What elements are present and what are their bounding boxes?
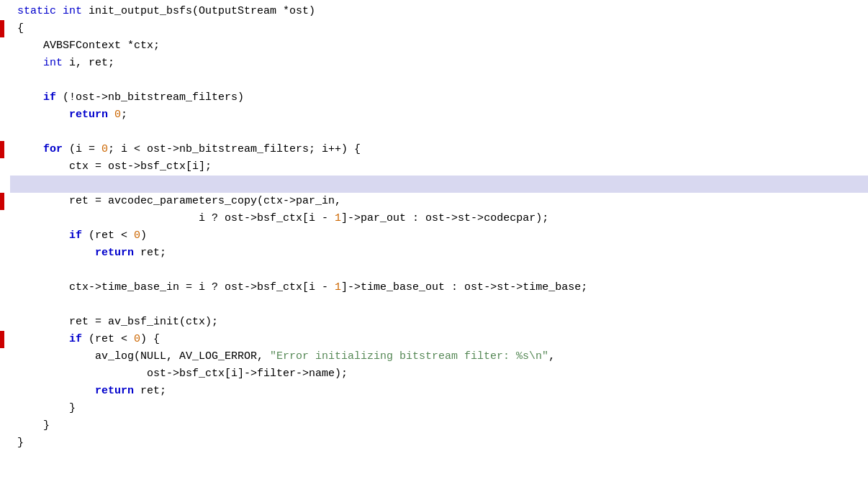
token xyxy=(17,229,69,242)
token: return xyxy=(95,247,134,259)
code-line: ret = av_bsf_init(ctx); xyxy=(0,314,868,331)
code-line: int i, ret; xyxy=(0,55,868,72)
line-gutter xyxy=(0,176,10,193)
code-text: ret = av_bsf_init(ctx); xyxy=(10,314,868,331)
token xyxy=(17,91,43,104)
token: "Error initializing bitstream filter: %s… xyxy=(270,350,548,363)
token: static xyxy=(17,5,63,17)
line-gutter xyxy=(0,210,10,227)
code-container: static int init_output_bsfs(OutputStream… xyxy=(0,0,868,492)
line-gutter xyxy=(0,55,10,72)
code-text: } xyxy=(10,434,868,452)
token: ]->par_out : ost->st->codecpar); xyxy=(341,212,548,224)
line-gutter xyxy=(0,37,10,55)
breakpoint-marker xyxy=(0,193,4,210)
token xyxy=(17,247,95,259)
token: ret; xyxy=(134,385,166,397)
code-text: i ? ost->bsf_ctx[i - 1]->par_out : ost->… xyxy=(10,210,868,227)
token: (ret < xyxy=(82,229,134,242)
line-gutter xyxy=(0,400,10,417)
token: i, ret; xyxy=(63,57,114,69)
token: ret = avcodec_parameters_copy(ctx->par_i… xyxy=(17,195,341,207)
line-gutter xyxy=(0,89,10,106)
token: } xyxy=(17,419,50,432)
token: ret = av_bsf_init(ctx); xyxy=(17,316,218,328)
line-gutter xyxy=(0,227,10,245)
token: , xyxy=(548,350,555,363)
code-text: if (ret < 0) xyxy=(10,227,868,245)
code-line: ret = avcodec_parameters_copy(ctx->par_i… xyxy=(0,193,868,210)
token: (ret < xyxy=(82,333,134,345)
line-gutter xyxy=(0,314,10,331)
line-gutter xyxy=(0,106,10,124)
code-line: return 0; xyxy=(0,106,868,124)
code-text: if (!ost->nb_bitstream_filters) xyxy=(10,89,868,106)
token xyxy=(108,109,114,121)
line-gutter xyxy=(0,20,10,37)
code-text: } xyxy=(10,400,868,417)
breakpoint-marker xyxy=(0,331,4,348)
code-text: AVBSFContext *ctx; xyxy=(10,37,868,55)
code-line: av_log(NULL, AV_LOG_ERROR, "Error initia… xyxy=(0,348,868,365)
code-text: int i, ret; xyxy=(10,55,868,72)
line-gutter xyxy=(0,124,10,141)
line-gutter xyxy=(0,3,10,20)
token xyxy=(17,143,43,155)
code-line: if (!ost->nb_bitstream_filters) xyxy=(0,89,868,106)
line-gutter xyxy=(0,141,10,158)
token: } xyxy=(17,402,76,414)
code-text: av_log(NULL, AV_LOG_ERROR, "Error initia… xyxy=(10,348,868,365)
code-text: ret = avcodec_parameters_copy(ctx->par_i… xyxy=(10,193,868,210)
code-text: } xyxy=(10,417,868,434)
code-text: return ret; xyxy=(10,383,868,400)
token: { xyxy=(17,22,24,35)
code-text xyxy=(10,72,868,89)
line-gutter xyxy=(0,245,10,262)
code-line: static int init_output_bsfs(OutputStream… xyxy=(0,3,868,20)
code-line: } xyxy=(0,400,868,417)
breakpoint-marker xyxy=(0,20,4,37)
token: } xyxy=(17,437,24,449)
code-line: ost->bsf_ctx[i]->filter->name); xyxy=(0,365,868,383)
token xyxy=(17,333,69,345)
token: return xyxy=(95,385,134,397)
code-line xyxy=(0,124,868,141)
token: ) xyxy=(140,229,147,242)
code-line: for (i = 0; i < ost->nb_bitstream_filter… xyxy=(0,141,868,158)
token: ctx->time_base_in = i ? ost->bsf_ctx[i - xyxy=(17,281,335,293)
token: return xyxy=(69,109,108,121)
token: ) { xyxy=(140,333,160,345)
code-text: { xyxy=(10,20,868,37)
line-gutter xyxy=(0,365,10,383)
token: ]->time_base_out : ost->st->time_base; xyxy=(341,281,587,293)
code-text: ctx->time_base_in = i ? ost->bsf_ctx[i -… xyxy=(10,279,868,296)
code-text xyxy=(10,124,868,141)
code-line: return ret; xyxy=(0,383,868,400)
token: if xyxy=(43,91,56,104)
token: ctx = ost->bsf_ctx[i]; xyxy=(17,160,212,173)
token: 0 xyxy=(114,109,121,121)
code-line: { xyxy=(0,20,868,37)
code-line xyxy=(0,262,868,279)
code-text: if (ret < 0) { xyxy=(10,331,868,348)
code-line xyxy=(0,296,868,314)
line-gutter xyxy=(0,72,10,89)
code-line xyxy=(0,72,868,89)
token: ; xyxy=(121,109,127,121)
code-line xyxy=(0,176,868,193)
token xyxy=(17,109,69,121)
token: 0 xyxy=(134,333,140,345)
token: 1 xyxy=(335,281,341,293)
line-gutter xyxy=(0,348,10,365)
token: av_log(NULL, AV_LOG_ERROR, xyxy=(17,350,270,363)
code-text: return ret; xyxy=(10,245,868,262)
token: (!ost->nb_bitstream_filters) xyxy=(56,91,244,104)
token: init_output_bsfs(OutputStream *ost) xyxy=(82,5,315,17)
code-text xyxy=(10,176,868,193)
token: 0 xyxy=(101,143,108,155)
token: int xyxy=(43,57,63,69)
code-line: if (ret < 0) xyxy=(0,227,868,245)
code-line: } xyxy=(0,434,868,452)
line-gutter xyxy=(0,434,10,452)
token: int xyxy=(63,5,82,17)
